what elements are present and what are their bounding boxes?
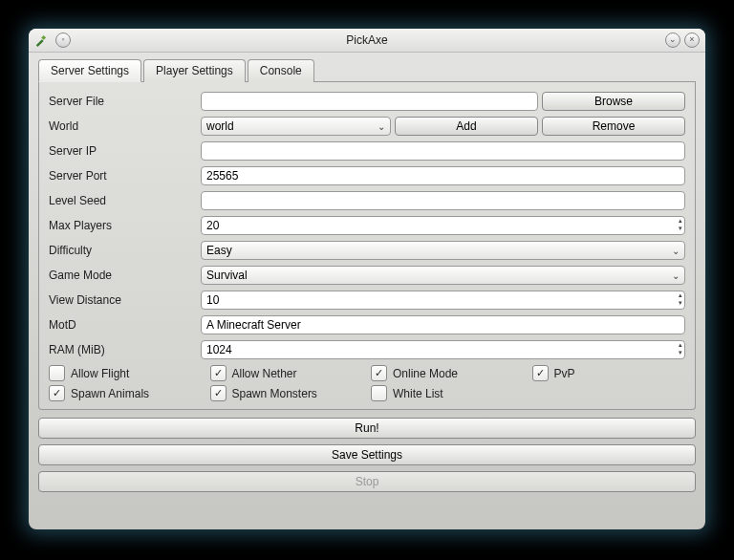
difficulty-select[interactable] bbox=[201, 241, 685, 260]
checkbox-icon: ✓ bbox=[371, 365, 387, 381]
app-window: ◦ PickAxe ⌄ × Server Settings Player Set… bbox=[29, 29, 705, 529]
max-players-spinner[interactable] bbox=[201, 216, 685, 235]
label-game-mode: Game Mode bbox=[49, 269, 197, 282]
svg-rect-0 bbox=[41, 35, 46, 40]
check-label: Spawn Monsters bbox=[232, 387, 317, 400]
label-server-ip: Server IP bbox=[49, 144, 197, 158]
tab-server-settings[interactable]: Server Settings bbox=[38, 59, 141, 82]
run-button[interactable]: Run! bbox=[38, 418, 696, 439]
checkbox-icon: ✓ bbox=[532, 365, 549, 381]
window-menu-button[interactable]: ◦ bbox=[55, 32, 71, 48]
server-port-input[interactable] bbox=[201, 166, 685, 185]
world-select[interactable] bbox=[201, 117, 391, 136]
checkbox-grid: Allow Flight ✓Allow Nether ✓Online Mode … bbox=[49, 365, 685, 401]
bottom-button-bar: Run! Save Settings Stop bbox=[38, 418, 696, 492]
check-label: Allow Nether bbox=[232, 367, 297, 380]
ram-spinner[interactable] bbox=[201, 340, 685, 359]
save-settings-button[interactable]: Save Settings bbox=[38, 444, 696, 465]
window-title: PickAxe bbox=[29, 33, 705, 47]
server-ip-input[interactable] bbox=[201, 141, 685, 161]
label-server-file: Server File bbox=[49, 95, 197, 108]
server-settings-panel: Server File Browse World ⌄ Add Remove Se… bbox=[38, 82, 696, 410]
check-spawn-monsters[interactable]: ✓Spawn Monsters bbox=[210, 385, 364, 401]
checkbox-icon bbox=[49, 365, 65, 381]
check-white-list[interactable]: White List bbox=[371, 385, 525, 401]
tab-console[interactable]: Console bbox=[248, 59, 314, 82]
checkbox-icon bbox=[371, 385, 387, 401]
checkbox-icon: ✓ bbox=[49, 385, 65, 401]
check-label: White List bbox=[393, 387, 443, 400]
label-world: World bbox=[49, 119, 197, 133]
checkbox-icon: ✓ bbox=[210, 365, 227, 381]
check-online-mode[interactable]: ✓Online Mode bbox=[371, 365, 525, 381]
browse-button[interactable]: Browse bbox=[542, 92, 685, 111]
spinner-arrows-icon[interactable]: ▴▾ bbox=[679, 217, 682, 232]
tab-player-settings[interactable]: Player Settings bbox=[143, 59, 246, 82]
stop-button[interactable]: Stop bbox=[38, 471, 696, 492]
label-ram: RAM (MiB) bbox=[49, 343, 197, 356]
spinner-arrows-icon[interactable]: ▴▾ bbox=[679, 291, 682, 307]
game-mode-select[interactable] bbox=[201, 266, 685, 285]
app-icon bbox=[34, 33, 48, 47]
label-server-port: Server Port bbox=[49, 169, 197, 183]
check-pvp[interactable]: ✓PvP bbox=[532, 365, 686, 381]
content-area: Server Settings Player Settings Console … bbox=[29, 53, 705, 507]
server-file-input[interactable] bbox=[201, 92, 538, 111]
tab-bar: Server Settings Player Settings Console bbox=[38, 58, 696, 82]
label-difficulty: Difficulty bbox=[49, 244, 197, 257]
check-allow-nether[interactable]: ✓Allow Nether bbox=[210, 365, 364, 381]
spinner-arrows-icon[interactable]: ▴▾ bbox=[679, 341, 682, 356]
remove-world-button[interactable]: Remove bbox=[542, 117, 685, 136]
label-view-distance: View Distance bbox=[49, 293, 197, 307]
level-seed-input[interactable] bbox=[201, 191, 685, 210]
label-max-players: Max Players bbox=[49, 219, 197, 232]
close-button[interactable]: × bbox=[684, 32, 700, 48]
minimize-button[interactable]: ⌄ bbox=[665, 32, 680, 48]
check-spawn-animals[interactable]: ✓Spawn Animals bbox=[49, 385, 203, 401]
check-label: Online Mode bbox=[393, 367, 458, 380]
titlebar: ◦ PickAxe ⌄ × bbox=[29, 29, 705, 53]
view-distance-spinner[interactable] bbox=[201, 291, 685, 310]
add-world-button[interactable]: Add bbox=[395, 117, 538, 136]
check-allow-flight[interactable]: Allow Flight bbox=[49, 365, 203, 381]
check-label: Allow Flight bbox=[71, 367, 129, 380]
checkbox-icon: ✓ bbox=[210, 385, 227, 401]
check-label: Spawn Animals bbox=[71, 387, 149, 400]
label-motd: MotD bbox=[49, 318, 197, 332]
check-label: PvP bbox=[554, 367, 575, 380]
label-level-seed: Level Seed bbox=[49, 194, 197, 207]
motd-input[interactable] bbox=[201, 315, 685, 334]
